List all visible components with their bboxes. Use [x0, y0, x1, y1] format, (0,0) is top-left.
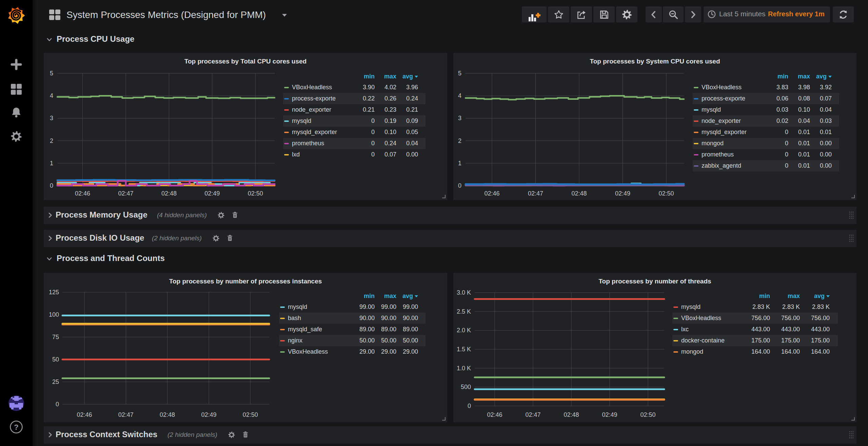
svg-text:02:49: 02:49 [204, 190, 220, 197]
svg-text:02:46: 02:46 [77, 411, 92, 418]
svg-text:100: 100 [49, 311, 59, 318]
svg-text:75: 75 [52, 334, 59, 340]
svg-text:02:48: 02:48 [564, 411, 579, 418]
svg-text:02:47: 02:47 [118, 190, 133, 197]
svg-text:02:49: 02:49 [615, 190, 630, 197]
svg-text:0: 0 [458, 182, 461, 189]
svg-text:1.5 K: 1.5 K [457, 346, 471, 353]
svg-text:2.0 K: 2.0 K [457, 327, 471, 334]
svg-text:02:46: 02:46 [487, 411, 502, 418]
svg-text:1: 1 [50, 160, 53, 167]
svg-text:02:47: 02:47 [525, 411, 540, 418]
svg-text:1.0 K: 1.0 K [457, 365, 471, 372]
svg-text:125: 125 [49, 289, 59, 296]
svg-text:3: 3 [458, 115, 461, 122]
svg-text:02:47: 02:47 [528, 190, 543, 197]
svg-text:?: ? [14, 423, 18, 431]
svg-text:0: 0 [50, 182, 53, 189]
svg-text:3: 3 [50, 115, 53, 122]
svg-text:0: 0 [468, 403, 471, 409]
svg-text:2: 2 [50, 137, 53, 144]
svg-text:50: 50 [52, 356, 59, 363]
svg-text:02:46: 02:46 [75, 190, 90, 197]
svg-text:02:48: 02:48 [161, 190, 177, 197]
svg-text:02:47: 02:47 [118, 411, 134, 418]
svg-text:500: 500 [461, 384, 471, 390]
svg-text:02:49: 02:49 [201, 411, 216, 418]
svg-text:4: 4 [50, 92, 53, 99]
svg-text:3.0 K: 3.0 K [457, 289, 471, 296]
svg-text:02:50: 02:50 [640, 411, 655, 418]
svg-text:1: 1 [458, 160, 461, 167]
svg-text:0: 0 [56, 401, 59, 408]
svg-text:02:50: 02:50 [658, 190, 674, 197]
svg-text:2: 2 [458, 137, 461, 144]
svg-text:2.5 K: 2.5 K [457, 308, 471, 315]
svg-text:5: 5 [458, 70, 461, 77]
svg-text:02:50: 02:50 [248, 190, 263, 197]
svg-text:02:50: 02:50 [243, 411, 258, 418]
svg-text:02:48: 02:48 [160, 411, 175, 418]
svg-text:4: 4 [458, 92, 461, 99]
svg-text:25: 25 [52, 378, 59, 385]
svg-text:02:48: 02:48 [571, 190, 587, 197]
svg-text:02:49: 02:49 [602, 411, 617, 418]
svg-text:5: 5 [50, 70, 53, 77]
svg-text:02:46: 02:46 [484, 190, 499, 197]
